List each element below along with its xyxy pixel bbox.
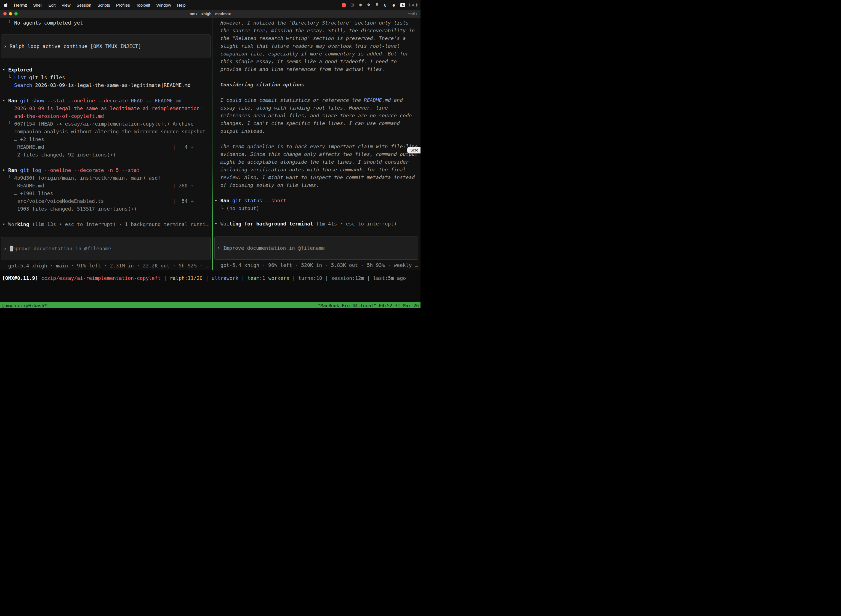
terminal-line: 2 files changed, 92 insertions(+) — [2, 151, 212, 159]
apple-menu-icon[interactable] — [4, 3, 8, 7]
text-segment: HEAD — [131, 98, 143, 104]
terminal-line: • Ran git show --stat --oneline --decora… — [2, 97, 212, 105]
terminal-line: the "Related research writing" section i… — [214, 35, 420, 42]
text-segment: gpt-5.4 xhigh · main · 91% left · 2.31M … — [2, 263, 209, 268]
terminal-line: and-the-erosion-of-copyleft.md — [2, 112, 212, 120]
terminal-line: • Ran git log --oneline --decorate -n 5 … — [2, 166, 212, 174]
terminal-line: └ (no output) — [214, 204, 420, 212]
terminal-line: • Waiting for background terminal (1m 41… — [214, 220, 420, 228]
text-segment: 067f154 (HEAD -> essay/ai-reimplementati… — [14, 121, 193, 127]
text-segment: Considering citation options — [214, 82, 304, 88]
text-segment: including verification notes with those … — [214, 167, 406, 173]
tmux-pane-right[interactable]: However, I noticed the "Directory Struct… — [213, 18, 420, 270]
text-segment: README.md — [155, 98, 182, 104]
agent-input-left[interactable]: › Improve documentation in @filename — [1, 237, 211, 260]
text-segment: • — [214, 221, 220, 227]
close-button[interactable] — [3, 12, 7, 15]
text-segment: --stat --oneline --decorate — [47, 98, 128, 104]
text-segment: … +1901 lines — [2, 191, 53, 196]
globe-icon[interactable]: ⊕ — [358, 3, 362, 7]
text-segment: --short — [265, 198, 286, 203]
menu-toolbelt[interactable]: Toolbelt — [136, 3, 150, 7]
terminal-line — [214, 189, 420, 197]
menu-iterm2[interactable]: iTerm2 — [14, 3, 27, 7]
text-segment — [152, 98, 155, 104]
text-segment: 4b9d30f (origin/main, instructkr/main, m… — [14, 175, 161, 181]
text-segment: … +2 lines — [2, 136, 44, 142]
text-segment — [17, 167, 20, 173]
terminal-line: gpt-5.4 xhigh · 96% left · 520K in · 5.8… — [214, 261, 420, 269]
terminal-line: evidence. Since this change only affects… — [214, 150, 420, 158]
text-segment: Search — [14, 82, 32, 88]
ralph-loop-banner: › Ralph loop active continue [OMX_TMUX_I… — [1, 35, 211, 58]
numkey-8-icon[interactable]: 8 — [383, 3, 387, 7]
text-segment: Ran — [8, 98, 18, 104]
terminal-line: └ 067f154 (HEAD -> essay/ai-reimplementa… — [2, 120, 212, 128]
text-segment: the source tree, missing the essay. Stil… — [214, 28, 415, 34]
text-segment: provide file and line references from th… — [214, 66, 385, 72]
menu-window[interactable]: Window — [157, 3, 171, 7]
terminal-line: I could cite commit statistics or refere… — [214, 96, 420, 104]
a-key-icon[interactable]: A — [400, 3, 405, 7]
terminal-line: › Ralph loop active continue [OMX_TMUX_I… — [4, 43, 141, 50]
menu-help[interactable]: Help — [177, 3, 186, 7]
menu-session[interactable]: Session — [77, 3, 91, 7]
text-segment: • — [2, 167, 8, 173]
terminal-line — [2, 159, 212, 166]
screen-recording-icon[interactable] — [342, 3, 346, 7]
text-segment: └ — [2, 75, 14, 80]
app-grid-icon[interactable]: ⠿ — [375, 3, 379, 7]
browser-grid-icon[interactable]: ⊞ — [350, 3, 354, 7]
agent-input-right[interactable]: › Improve documentation in @filename — [214, 236, 418, 260]
text-segment: (no output) — [226, 205, 259, 211]
menu-profiles[interactable]: Profiles — [116, 3, 130, 7]
terminal-line: including verification notes with those … — [214, 166, 420, 174]
menu-shell[interactable]: Shell — [33, 3, 42, 7]
text-segment: Explored — [8, 67, 32, 73]
text-segment: | — [364, 275, 373, 281]
text-segment: the "Related research writing" section i… — [214, 35, 406, 41]
minimize-button[interactable] — [9, 12, 12, 15]
text-segment: king — [17, 221, 29, 227]
shield-icon[interactable]: ❖ — [367, 3, 371, 7]
terminal-line: provide file and line references from th… — [214, 65, 420, 73]
text-segment: List — [14, 75, 26, 80]
menu-view[interactable]: View — [62, 3, 70, 7]
zoom-button[interactable] — [14, 12, 18, 15]
menu-scripts[interactable]: Scripts — [97, 3, 110, 7]
text-segment: | — [289, 275, 298, 281]
terminal-line: 1903 files changed, 513517 insertions(+) — [2, 205, 212, 213]
terminal-line: review. Also, I might want to inspect th… — [214, 174, 420, 181]
screen-overlay-button[interactable]: Scre — [407, 147, 420, 154]
battery-icon[interactable]: 61 — [409, 3, 417, 7]
text-segment — [143, 98, 146, 104]
text-segment: [OMX#0.11.9] — [2, 275, 41, 281]
text-segment: Wai — [220, 221, 230, 227]
left-pre-lines: └ No agents completed yet — [0, 19, 212, 27]
terminal-line — [214, 73, 420, 81]
terminal-line: changes, I can't cite specific file line… — [214, 119, 420, 127]
emoji-icon[interactable]: ☻ — [391, 3, 396, 7]
tmux-pane-left[interactable]: └ No agents completed yet › Ralph loop a… — [0, 18, 212, 270]
text-segment: mprove documentation in @filename — [13, 246, 111, 251]
text-segment: team:1 workers — [248, 275, 289, 281]
agent-status-right: gpt-5.4 xhigh · 96% left · 520K in · 5.8… — [213, 261, 420, 269]
text-segment: turns:10 — [298, 275, 322, 281]
left-transcript: • Explored └ List git ls-files Search 20… — [0, 66, 212, 228]
text-segment: | — [238, 275, 248, 281]
text-segment: └ — [2, 175, 14, 181]
window-titlebar[interactable]: omx --xhigh --madmax ⌥⌘1 — [0, 10, 420, 18]
right-transcript: However, I noticed the "Directory Struct… — [213, 19, 420, 228]
agent-status-left: gpt-5.4 xhigh · main · 91% left · 2.31M … — [0, 262, 212, 270]
text-segment: cczip/essay/ai-reimplementation-copyleft — [41, 275, 161, 281]
terminal-line: slight risk that future readers may over… — [214, 42, 420, 50]
text-segment — [17, 98, 20, 104]
terminal-line: gpt-5.4 xhigh · main · 91% left · 2.31M … — [2, 262, 212, 270]
tmux-session-window[interactable]: [omx-cczip0:bash* — [1, 302, 47, 308]
terminal-line — [2, 89, 212, 97]
menu-edit[interactable]: Edit — [48, 3, 56, 7]
terminal-line: └ 4b9d30f (origin/main, instructkr/main,… — [2, 174, 212, 182]
text-segment: Improve documentation in @filename — [223, 245, 325, 251]
text-segment: output instead. — [214, 128, 265, 134]
terminal-line: However, I noticed the "Directory Struct… — [214, 19, 420, 27]
